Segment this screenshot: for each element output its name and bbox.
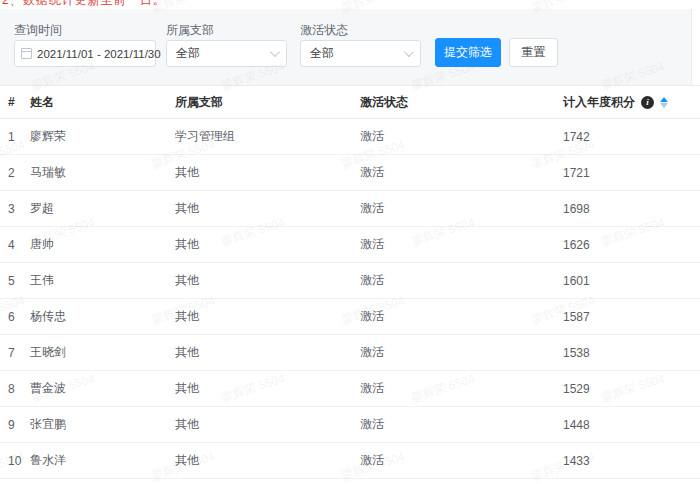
status-filter-label: 激活状态: [300, 22, 348, 39]
cell-rank: 4: [0, 238, 30, 252]
sort-descending-icon[interactable]: [660, 103, 668, 108]
cell-name: 廖辉荣: [30, 128, 175, 145]
cell-status: 激活: [360, 272, 563, 289]
cell-points: 1698: [563, 202, 700, 216]
cell-branch: 学习管理组: [175, 128, 360, 145]
cell-points: 1626: [563, 238, 700, 252]
cell-name: 马瑞敏: [30, 164, 175, 181]
top-note-clipped: 2、数据统计更新至前一日。: [0, 0, 700, 9]
cell-name: 唐帅: [30, 236, 175, 253]
info-icon[interactable]: i: [641, 96, 654, 109]
cell-rank: 1: [0, 130, 30, 144]
branch-select[interactable]: 全部: [166, 40, 287, 67]
table-row: 7 王晓剑 其他 激活 1538: [0, 335, 700, 371]
date-range-value: 2021/11/01 - 2021/11/30: [37, 48, 161, 60]
cell-name: 王晓剑: [30, 344, 175, 361]
cell-branch: 其他: [175, 272, 360, 289]
table-row: 2 马瑞敏 其他 激活 1721: [0, 155, 700, 191]
cell-status: 激活: [360, 200, 563, 217]
status-select-value: 全部: [310, 45, 334, 62]
status-select[interactable]: 全部: [300, 40, 421, 67]
table-header-row: # 姓名 所属支部 激活状态 计入年度积分 i: [0, 85, 700, 119]
table-row: 3 罗超 其他 激活 1698: [0, 191, 700, 227]
points-sorter[interactable]: [660, 97, 668, 108]
table-row: 10 鲁水洋 其他 激活 1433: [0, 443, 700, 479]
branch-filter-label: 所属支部: [166, 22, 214, 39]
cell-points: 1721: [563, 166, 700, 180]
submit-filter-button[interactable]: 提交筛选: [435, 38, 501, 67]
cell-points: 1529: [563, 382, 700, 396]
cell-branch: 其他: [175, 380, 360, 397]
table-row: 6 杨传忠 其他 激活 1587: [0, 299, 700, 335]
cell-status: 激活: [360, 308, 563, 325]
cell-name: 罗超: [30, 200, 175, 217]
cell-status: 激活: [360, 416, 563, 433]
cell-rank: 6: [0, 310, 30, 324]
reset-button[interactable]: 重置: [509, 38, 558, 67]
table-row: 9 张宜鹏 其他 激活 1448: [0, 407, 700, 443]
cell-points: 1448: [563, 418, 700, 432]
cell-status: 激活: [360, 380, 563, 397]
top-note-text: 2、数据统计更新至前一日。: [2, 0, 700, 9]
table-row: 5 王伟 其他 激活 1601: [0, 263, 700, 299]
cell-name: 王伟: [30, 272, 175, 289]
cell-status: 激活: [360, 452, 563, 469]
chevron-down-icon: [404, 47, 414, 57]
sort-ascending-icon[interactable]: [660, 97, 668, 102]
table-row: 1 廖辉荣 学习管理组 激活 1742: [0, 119, 700, 155]
cell-branch: 其他: [175, 452, 360, 469]
header-points: 计入年度积分 i: [563, 94, 700, 111]
cell-status: 激活: [360, 344, 563, 361]
cell-name: 曹金波: [30, 380, 175, 397]
cell-rank: 9: [0, 418, 30, 432]
cell-rank: 2: [0, 166, 30, 180]
cell-points: 1433: [563, 454, 700, 468]
cell-status: 激活: [360, 236, 563, 253]
cell-branch: 其他: [175, 236, 360, 253]
header-name: 姓名: [30, 94, 175, 111]
cell-points: 1742: [563, 130, 700, 144]
chevron-down-icon: [270, 47, 280, 57]
header-points-label: 计入年度积分: [563, 94, 635, 111]
cell-rank: 10: [0, 454, 30, 468]
header-status: 激活状态: [360, 94, 563, 111]
cell-rank: 7: [0, 346, 30, 360]
table-row: 8 曹金波 其他 激活 1529: [0, 371, 700, 407]
cell-name: 杨传忠: [30, 308, 175, 325]
ranking-table: # 姓名 所属支部 激活状态 计入年度积分 i 1 廖辉荣 学习管理组 激活 1…: [0, 85, 700, 479]
cell-name: 鲁水洋: [30, 452, 175, 469]
cell-branch: 其他: [175, 164, 360, 181]
header-rank: #: [0, 95, 30, 109]
cell-name: 张宜鹏: [30, 416, 175, 433]
cell-branch: 其他: [175, 416, 360, 433]
cell-points: 1587: [563, 310, 700, 324]
cell-points: 1538: [563, 346, 700, 360]
cell-status: 激活: [360, 128, 563, 145]
date-filter-label: 查询时间: [14, 22, 62, 39]
cell-rank: 3: [0, 202, 30, 216]
table-row: 4 唐帅 其他 激活 1626: [0, 227, 700, 263]
cell-rank: 5: [0, 274, 30, 288]
cell-points: 1601: [563, 274, 700, 288]
header-branch: 所属支部: [175, 94, 360, 111]
table-body: 1 廖辉荣 学习管理组 激活 1742 2 马瑞敏 其他 激活 1721 3 罗…: [0, 119, 700, 479]
cell-branch: 其他: [175, 344, 360, 361]
cell-rank: 8: [0, 382, 30, 396]
calendar-icon: [21, 48, 32, 59]
cell-branch: 其他: [175, 308, 360, 325]
branch-select-value: 全部: [176, 45, 200, 62]
cell-status: 激活: [360, 164, 563, 181]
filter-panel: 查询时间 所属支部 激活状态 2021/11/01 - 2021/11/30 全…: [0, 9, 692, 85]
cell-branch: 其他: [175, 200, 360, 217]
date-range-input[interactable]: 2021/11/01 - 2021/11/30: [14, 40, 156, 67]
